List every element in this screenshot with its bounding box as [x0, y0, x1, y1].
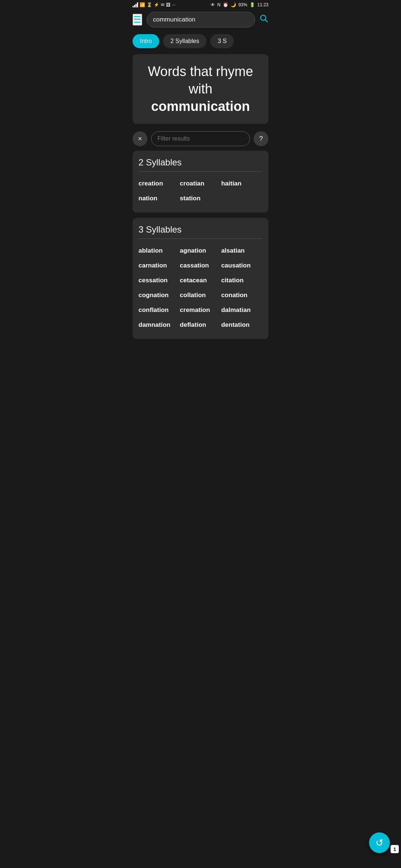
nfc-icon: N	[217, 2, 221, 7]
word-haitian[interactable]: haitian	[221, 177, 263, 190]
words-grid-3syllables: ablation agnation alsatian carnation cas…	[138, 244, 263, 332]
word-conflation[interactable]: conflation	[138, 303, 180, 317]
word-cessation[interactable]: cessation	[138, 274, 180, 287]
section-2syllables-heading: 2 Syllables	[138, 157, 263, 168]
word-dalmatian[interactable]: dalmatian	[221, 303, 263, 317]
tabs-row: Intro 2 Syllables 3 S	[128, 30, 273, 52]
words-grid-2syllables: creation croatian haitian nation station	[138, 177, 263, 205]
image-icon: 🖼	[166, 2, 170, 7]
word-cassation[interactable]: cassation	[180, 259, 221, 272]
word-conation[interactable]: conation	[221, 289, 263, 302]
section-divider	[138, 171, 263, 172]
top-nav: ☰	[128, 9, 273, 30]
word-cremation[interactable]: cremation	[180, 303, 221, 317]
search-input[interactable]	[147, 12, 255, 27]
word-damnation[interactable]: damnation	[138, 318, 180, 332]
time-display: 11:23	[257, 2, 268, 7]
usb-icon: ⚡	[154, 2, 159, 7]
svg-line-1	[265, 20, 268, 22]
tab-2syllables[interactable]: 2 Syllables	[163, 34, 206, 48]
status-icons-left: 📶 ⏳ ⚡ ✉ 🖼 ···	[133, 2, 176, 7]
hourglass-icon: ⏳	[147, 2, 152, 7]
status-icons-right: 👁 N ⏰ 🌙 93% 🔋 11:23	[211, 2, 268, 7]
word-ablation[interactable]: ablation	[138, 244, 180, 257]
tab-3syllables[interactable]: 3 S	[210, 34, 234, 48]
word-station[interactable]: station	[180, 192, 221, 205]
help-button[interactable]: ?	[254, 131, 268, 146]
search-button[interactable]	[260, 14, 268, 25]
word-collation[interactable]: collation	[180, 289, 221, 302]
hero-card: Words that rhyme with communication	[133, 54, 268, 124]
word-dentation[interactable]: dentation	[221, 318, 263, 332]
word-creation[interactable]: creation	[138, 177, 180, 190]
hero-text: Words that rhyme with communication	[140, 63, 261, 115]
wifi-icon: 📶	[140, 2, 145, 7]
section-3syllables: 3 Syllables ablation agnation alsatian c…	[133, 218, 268, 339]
menu-button[interactable]: ☰	[133, 14, 142, 26]
word-carnation[interactable]: carnation	[138, 259, 180, 272]
word-croatian[interactable]: croatian	[180, 177, 221, 190]
word-citation[interactable]: citation	[221, 274, 263, 287]
section-3syllables-heading: 3 Syllables	[138, 224, 263, 235]
word-nation[interactable]: nation	[138, 192, 180, 205]
filter-row: × ?	[128, 129, 273, 151]
battery-text: 93%	[238, 2, 247, 7]
moon-icon: 🌙	[231, 2, 236, 7]
filter-input[interactable]	[151, 131, 250, 146]
email-icon: ✉	[161, 2, 164, 7]
section-2syllables: 2 Syllables creation croatian haitian na…	[133, 151, 268, 213]
status-bar: 📶 ⏳ ⚡ ✉ 🖼 ··· 👁 N ⏰ 🌙 93% 🔋 11:23	[128, 0, 273, 9]
signal-icon	[133, 2, 138, 7]
alarm-icon: ⏰	[223, 2, 228, 7]
tab-intro[interactable]: Intro	[133, 34, 159, 48]
eye-icon: 👁	[211, 2, 215, 7]
battery-icon: 🔋	[250, 2, 255, 7]
word-cetacean[interactable]: cetacean	[180, 274, 221, 287]
word-cognation[interactable]: cognation	[138, 289, 180, 302]
word-agnation[interactable]: agnation	[180, 244, 221, 257]
section-3syl-divider	[138, 239, 263, 239]
extra-icon: ···	[172, 2, 176, 7]
word-causation[interactable]: causation	[221, 259, 263, 272]
word-deflation[interactable]: deflation	[180, 318, 221, 332]
word-alsatian[interactable]: alsatian	[221, 244, 263, 257]
clear-filter-button[interactable]: ×	[133, 131, 147, 146]
